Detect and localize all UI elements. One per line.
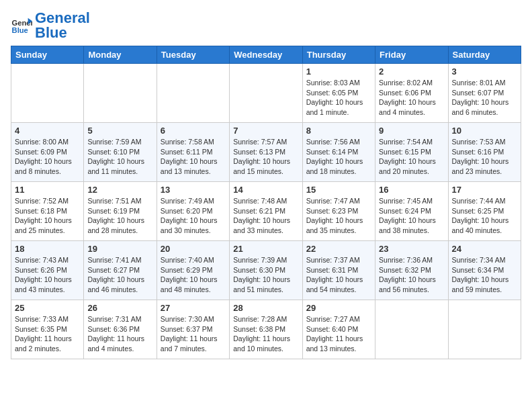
calendar-cell: 17Sunrise: 7:44 AM Sunset: 6:25 PM Dayli… xyxy=(448,182,521,241)
day-number: 9 xyxy=(379,126,444,136)
calendar-cell: 24Sunrise: 7:34 AM Sunset: 6:34 PM Dayli… xyxy=(448,241,521,300)
day-info: Sunrise: 7:43 AM Sunset: 6:26 PM Dayligh… xyxy=(15,255,80,295)
day-info: Sunrise: 8:01 AM Sunset: 6:07 PM Dayligh… xyxy=(452,78,517,118)
day-info: Sunrise: 7:33 AM Sunset: 6:35 PM Dayligh… xyxy=(15,314,80,354)
calendar-cell: 7Sunrise: 7:57 AM Sunset: 6:13 PM Daylig… xyxy=(230,123,302,182)
calendar-cell: 16Sunrise: 7:45 AM Sunset: 6:24 PM Dayli… xyxy=(375,182,448,241)
day-info: Sunrise: 7:41 AM Sunset: 6:27 PM Dayligh… xyxy=(87,255,152,295)
column-header-monday: Monday xyxy=(84,46,157,64)
day-info: Sunrise: 7:49 AM Sunset: 6:20 PM Dayligh… xyxy=(161,196,226,236)
day-info: Sunrise: 7:37 AM Sunset: 6:31 PM Dayligh… xyxy=(306,255,371,295)
calendar-header: SundayMondayTuesdayWednesdayThursdayFrid… xyxy=(11,46,521,64)
calendar-cell: 23Sunrise: 7:36 AM Sunset: 6:32 PM Dayli… xyxy=(375,241,448,300)
day-info: Sunrise: 7:34 AM Sunset: 6:34 PM Dayligh… xyxy=(452,255,517,295)
day-info: Sunrise: 7:56 AM Sunset: 6:14 PM Dayligh… xyxy=(306,137,371,177)
day-number: 22 xyxy=(306,244,371,254)
day-number: 28 xyxy=(233,303,298,313)
column-header-saturday: Saturday xyxy=(448,46,521,64)
day-info: Sunrise: 7:44 AM Sunset: 6:25 PM Dayligh… xyxy=(452,196,517,236)
day-number: 20 xyxy=(161,244,226,254)
day-info: Sunrise: 7:57 AM Sunset: 6:13 PM Dayligh… xyxy=(233,137,298,177)
calendar-cell: 13Sunrise: 7:49 AM Sunset: 6:20 PM Dayli… xyxy=(157,182,229,241)
calendar-cell xyxy=(11,64,84,123)
column-header-sunday: Sunday xyxy=(11,46,84,64)
calendar-cell: 26Sunrise: 7:31 AM Sunset: 6:36 PM Dayli… xyxy=(84,300,157,359)
day-info: Sunrise: 7:39 AM Sunset: 6:30 PM Dayligh… xyxy=(233,255,298,295)
day-info: Sunrise: 7:30 AM Sunset: 6:37 PM Dayligh… xyxy=(161,314,226,354)
day-info: Sunrise: 7:51 AM Sunset: 6:19 PM Dayligh… xyxy=(87,196,152,236)
day-number: 19 xyxy=(87,244,152,254)
day-info: Sunrise: 7:54 AM Sunset: 6:15 PM Dayligh… xyxy=(379,137,444,177)
day-info: Sunrise: 7:59 AM Sunset: 6:10 PM Dayligh… xyxy=(87,137,152,177)
week-row-4: 18Sunrise: 7:43 AM Sunset: 6:26 PM Dayli… xyxy=(11,241,521,300)
calendar-cell: 21Sunrise: 7:39 AM Sunset: 6:30 PM Dayli… xyxy=(230,241,302,300)
calendar-cell: 25Sunrise: 7:33 AM Sunset: 6:35 PM Dayli… xyxy=(11,300,84,359)
day-number: 17 xyxy=(452,185,517,195)
logo-text: GeneralBlue xyxy=(35,11,90,40)
day-number: 14 xyxy=(233,185,298,195)
day-number: 1 xyxy=(306,66,371,77)
day-number: 21 xyxy=(233,244,298,254)
day-number: 4 xyxy=(15,126,80,136)
calendar-cell xyxy=(375,300,448,359)
day-info: Sunrise: 7:31 AM Sunset: 6:36 PM Dayligh… xyxy=(87,314,152,354)
day-number: 25 xyxy=(15,303,80,313)
day-number: 3 xyxy=(452,66,517,77)
week-row-3: 11Sunrise: 7:52 AM Sunset: 6:18 PM Dayli… xyxy=(11,182,521,241)
calendar-cell: 3Sunrise: 8:01 AM Sunset: 6:07 PM Daylig… xyxy=(448,64,521,123)
calendar-cell: 14Sunrise: 7:48 AM Sunset: 6:21 PM Dayli… xyxy=(230,182,302,241)
day-info: Sunrise: 7:48 AM Sunset: 6:21 PM Dayligh… xyxy=(233,196,298,236)
day-number: 8 xyxy=(306,126,371,136)
day-number: 27 xyxy=(161,303,226,313)
logo: General Blue GeneralBlue xyxy=(11,11,90,40)
calendar-cell: 28Sunrise: 7:28 AM Sunset: 6:38 PM Dayli… xyxy=(230,300,302,359)
calendar-cell xyxy=(157,64,229,123)
logo-icon: General Blue xyxy=(11,15,32,36)
day-number: 18 xyxy=(15,244,80,254)
page-header: General Blue GeneralBlue xyxy=(11,11,521,40)
column-header-friday: Friday xyxy=(375,46,448,64)
calendar-cell xyxy=(230,64,302,123)
day-info: Sunrise: 8:00 AM Sunset: 6:09 PM Dayligh… xyxy=(15,137,80,177)
day-info: Sunrise: 7:47 AM Sunset: 6:23 PM Dayligh… xyxy=(306,196,371,236)
day-info: Sunrise: 7:53 AM Sunset: 6:16 PM Dayligh… xyxy=(452,137,517,177)
day-number: 13 xyxy=(161,185,226,195)
calendar-table: SundayMondayTuesdayWednesdayThursdayFrid… xyxy=(11,46,521,359)
day-headers-row: SundayMondayTuesdayWednesdayThursdayFrid… xyxy=(11,46,521,64)
day-number: 11 xyxy=(15,185,80,195)
calendar-body: 1Sunrise: 8:03 AM Sunset: 6:05 PM Daylig… xyxy=(11,64,521,359)
day-info: Sunrise: 7:27 AM Sunset: 6:40 PM Dayligh… xyxy=(306,314,371,354)
day-info: Sunrise: 7:58 AM Sunset: 6:11 PM Dayligh… xyxy=(161,137,226,177)
calendar-cell xyxy=(84,64,157,123)
week-row-5: 25Sunrise: 7:33 AM Sunset: 6:35 PM Dayli… xyxy=(11,300,521,359)
calendar-cell: 9Sunrise: 7:54 AM Sunset: 6:15 PM Daylig… xyxy=(375,123,448,182)
calendar-cell: 2Sunrise: 8:02 AM Sunset: 6:06 PM Daylig… xyxy=(375,64,448,123)
column-header-tuesday: Tuesday xyxy=(157,46,229,64)
calendar-cell: 4Sunrise: 8:00 AM Sunset: 6:09 PM Daylig… xyxy=(11,123,84,182)
day-info: Sunrise: 7:45 AM Sunset: 6:24 PM Dayligh… xyxy=(379,196,444,236)
calendar-cell xyxy=(448,300,521,359)
calendar-cell: 27Sunrise: 7:30 AM Sunset: 6:37 PM Dayli… xyxy=(157,300,229,359)
day-number: 7 xyxy=(233,126,298,136)
day-number: 5 xyxy=(87,126,152,136)
calendar-cell: 11Sunrise: 7:52 AM Sunset: 6:18 PM Dayli… xyxy=(11,182,84,241)
svg-text:Blue: Blue xyxy=(12,26,28,34)
column-header-wednesday: Wednesday xyxy=(230,46,302,64)
day-number: 29 xyxy=(306,303,371,313)
calendar-cell: 19Sunrise: 7:41 AM Sunset: 6:27 PM Dayli… xyxy=(84,241,157,300)
day-info: Sunrise: 7:36 AM Sunset: 6:32 PM Dayligh… xyxy=(379,255,444,295)
day-number: 23 xyxy=(379,244,444,254)
calendar-cell: 22Sunrise: 7:37 AM Sunset: 6:31 PM Dayli… xyxy=(302,241,375,300)
day-number: 15 xyxy=(306,185,371,195)
calendar-cell: 15Sunrise: 7:47 AM Sunset: 6:23 PM Dayli… xyxy=(302,182,375,241)
week-row-2: 4Sunrise: 8:00 AM Sunset: 6:09 PM Daylig… xyxy=(11,123,521,182)
day-number: 26 xyxy=(87,303,152,313)
calendar-cell: 12Sunrise: 7:51 AM Sunset: 6:19 PM Dayli… xyxy=(84,182,157,241)
calendar-cell: 1Sunrise: 8:03 AM Sunset: 6:05 PM Daylig… xyxy=(302,64,375,123)
calendar-cell: 20Sunrise: 7:40 AM Sunset: 6:29 PM Dayli… xyxy=(157,241,229,300)
calendar-cell: 5Sunrise: 7:59 AM Sunset: 6:10 PM Daylig… xyxy=(84,123,157,182)
day-info: Sunrise: 7:28 AM Sunset: 6:38 PM Dayligh… xyxy=(233,314,298,354)
calendar-cell: 8Sunrise: 7:56 AM Sunset: 6:14 PM Daylig… xyxy=(302,123,375,182)
day-number: 2 xyxy=(379,66,444,77)
week-row-1: 1Sunrise: 8:03 AM Sunset: 6:05 PM Daylig… xyxy=(11,64,521,123)
